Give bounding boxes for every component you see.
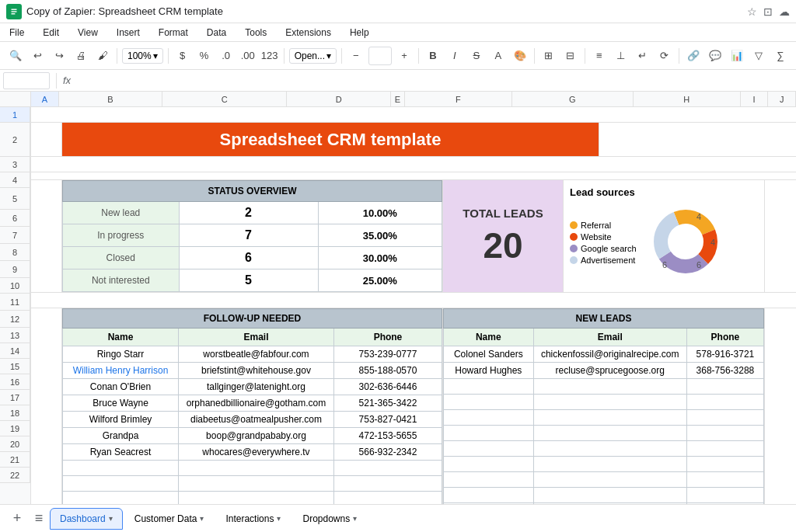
rotate-button[interactable]: ⟳: [655, 46, 674, 66]
row-14[interactable]: 14: [0, 343, 30, 359]
menu-help[interactable]: Help: [347, 26, 372, 40]
comment-button[interactable]: 💬: [706, 46, 724, 66]
row-2[interactable]: 2: [0, 123, 30, 157]
cell-a11[interactable]: [31, 308, 62, 504]
row-13[interactable]: 13: [0, 328, 30, 343]
tab-customer-data-arrow[interactable]: ▾: [200, 514, 204, 523]
number-format-button[interactable]: 123: [260, 46, 279, 66]
italic-button[interactable]: I: [445, 46, 464, 66]
tab-dropdowns-arrow[interactable]: ▾: [353, 514, 357, 523]
menu-data[interactable]: Data: [204, 26, 229, 40]
row-17[interactable]: 17: [0, 390, 30, 405]
percent-button[interactable]: %: [195, 46, 214, 66]
decimal2-button[interactable]: .00: [239, 46, 257, 66]
sheets-menu-button[interactable]: ≡: [28, 508, 50, 530]
cell-j11[interactable]: [765, 308, 796, 504]
row-5[interactable]: 5: [0, 188, 30, 210]
row-11[interactable]: 11: [0, 294, 30, 311]
borders-button[interactable]: ⊞: [539, 46, 558, 66]
filter-button[interactable]: ▽: [749, 46, 768, 66]
menu-view[interactable]: View: [75, 26, 101, 40]
open-button[interactable]: Open... ▾: [289, 48, 337, 64]
cell-j5[interactable]: [765, 180, 796, 292]
row-10[interactable]: 10: [0, 278, 30, 294]
col-header-b[interactable]: B: [59, 92, 163, 106]
row-22[interactable]: 22: [0, 468, 30, 483]
row-4[interactable]: 4: [0, 172, 30, 188]
tab-customer-data[interactable]: Customer Data ▾: [124, 508, 215, 530]
col-header-e[interactable]: E: [391, 92, 405, 106]
star-icon[interactable]: ☆: [747, 5, 757, 18]
row-6[interactable]: 6: [0, 210, 30, 227]
tab-dashboard-arrow[interactable]: ▾: [109, 514, 113, 523]
col-header-f[interactable]: F: [405, 92, 512, 106]
col-header-g[interactable]: G: [512, 92, 634, 106]
tab-interactions[interactable]: Interactions ▾: [215, 508, 291, 530]
wrap-button[interactable]: ↵: [634, 46, 652, 66]
valign-button[interactable]: ⊥: [612, 46, 630, 66]
col-header-i[interactable]: I: [741, 92, 769, 106]
paint-format-button[interactable]: 🖌: [93, 46, 112, 66]
plus-button[interactable]: +: [395, 46, 414, 66]
functions-button[interactable]: ∑: [771, 46, 790, 66]
menu-edit[interactable]: Edit: [40, 26, 62, 40]
align-button[interactable]: ≡: [590, 46, 609, 66]
col-header-d[interactable]: D: [287, 92, 391, 106]
folder-icon[interactable]: ⊡: [763, 5, 773, 18]
formula-input[interactable]: [74, 75, 793, 86]
tab-dashboard[interactable]: Dashboard ▾: [50, 508, 123, 530]
menu-insert[interactable]: Insert: [113, 26, 143, 40]
minus-button[interactable]: −: [347, 46, 365, 66]
link-button[interactable]: 🔗: [684, 46, 703, 66]
undo-button[interactable]: ↩: [28, 46, 47, 66]
row-9[interactable]: 9: [0, 261, 30, 278]
menu-file[interactable]: File: [6, 26, 27, 40]
row-18[interactable]: 18: [0, 405, 30, 421]
menu-format[interactable]: Format: [155, 26, 191, 40]
col-header-c[interactable]: C: [162, 92, 287, 106]
zoom-button[interactable]: 100% ▾: [122, 48, 163, 64]
strikethrough-button[interactable]: S: [467, 46, 486, 66]
row-numbers: 1 2 3 4 5 6 7 8 9 10 11 12 13 14 15 16 1…: [0, 107, 31, 504]
chart-button[interactable]: 📊: [728, 46, 746, 66]
row-1[interactable]: 1: [0, 107, 30, 123]
search-button[interactable]: 🔍: [6, 46, 25, 66]
add-sheet-button[interactable]: +: [6, 508, 28, 530]
spreadsheet-content[interactable]: Spreadsheet CRM template STATUS OVERVIEW: [31, 107, 796, 504]
tab-dropdowns[interactable]: Dropdowns ▾: [292, 508, 367, 530]
row-15[interactable]: 15: [0, 359, 30, 374]
menu-tools[interactable]: Tools: [242, 26, 270, 40]
highlight-button[interactable]: 🎨: [511, 46, 529, 66]
font-size-input[interactable]: 10: [369, 50, 391, 61]
text-color-button[interactable]: A: [489, 46, 508, 66]
lead-sources-title: Lead sources: [570, 186, 758, 198]
cell-i2[interactable]: [599, 123, 796, 156]
print-button[interactable]: 🖨: [72, 46, 90, 66]
row-21[interactable]: 21: [0, 452, 30, 468]
cell-a5[interactable]: [31, 180, 62, 292]
col-header-a[interactable]: A: [31, 92, 59, 106]
nl-empty-2: [444, 395, 764, 410]
row-19[interactable]: 19: [0, 421, 30, 436]
tables-section: FOLLOW-UP NEEDED Name Email Phone Ringo …: [31, 308, 796, 504]
font-size-area[interactable]: 10: [368, 47, 392, 65]
row-3[interactable]: 3: [0, 157, 30, 172]
cell-reference[interactable]: A1: [3, 72, 50, 89]
col-header-j[interactable]: J: [768, 92, 796, 106]
row-20[interactable]: 20: [0, 436, 30, 452]
row-7[interactable]: 7: [0, 227, 30, 244]
bold-button[interactable]: B: [424, 46, 442, 66]
decimal1-button[interactable]: .0: [217, 46, 236, 66]
menu-extensions[interactable]: Extensions: [282, 26, 334, 40]
cloud-icon[interactable]: ☁: [779, 5, 790, 18]
col-header-h[interactable]: H: [634, 92, 741, 106]
merge-button[interactable]: ⊟: [561, 46, 580, 66]
row-12[interactable]: 12: [0, 311, 30, 328]
currency-button[interactable]: $: [173, 46, 192, 66]
row-16[interactable]: 16: [0, 374, 30, 390]
cell-a2[interactable]: [31, 123, 62, 156]
row-8[interactable]: 8: [0, 244, 30, 261]
nl-empty-9: [444, 503, 764, 505]
tab-interactions-arrow[interactable]: ▾: [277, 514, 281, 523]
redo-button[interactable]: ↪: [50, 46, 68, 66]
